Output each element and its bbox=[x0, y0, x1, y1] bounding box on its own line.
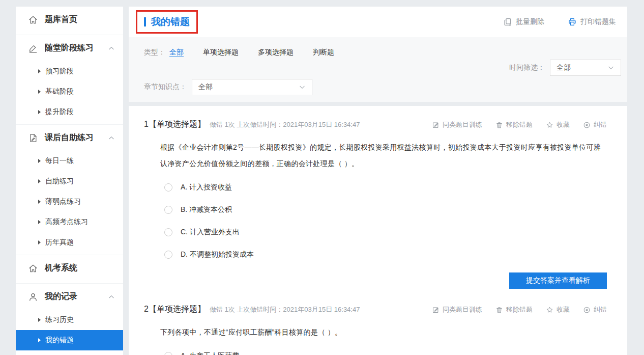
home-icon bbox=[28, 263, 38, 274]
sidebar-item-label: 我的错题 bbox=[45, 336, 74, 345]
sidebar-item-weak-point-practice[interactable]: 薄弱点练习 bbox=[16, 192, 123, 212]
sidebar-item-label: 预习阶段 bbox=[45, 67, 74, 76]
question-list: 1【单项选择题】做错 1次 上次做错时间：2021年03月15日 16:34:4… bbox=[129, 106, 627, 355]
sidebar-item-past-exam-questions[interactable]: 历年真题 bbox=[16, 232, 123, 253]
question-actions: 同类题目训练 移除错题 收藏 bbox=[432, 119, 607, 129]
title-accent-bar bbox=[144, 17, 146, 26]
option-a[interactable]: A. 生产工人医药费 bbox=[164, 351, 607, 355]
sidebar-item-my-records[interactable]: 我的记录 bbox=[16, 284, 123, 310]
favorite-button[interactable]: 收藏 bbox=[546, 305, 570, 314]
question-text: 下列各项中，不通过“应付职工薪酬”科目核算的是（ ）。 bbox=[160, 324, 604, 340]
sidebar-item-my-favorites[interactable]: 我的收藏 bbox=[16, 350, 123, 355]
radio-button-icon[interactable] bbox=[164, 206, 172, 214]
sidebar-section-self-practice: 课后自助练习 每日一练 自助练习 薄弱点练习 高频考点练习 bbox=[16, 125, 123, 255]
radio-button-icon[interactable] bbox=[164, 352, 172, 355]
circle-x-icon bbox=[583, 121, 591, 129]
option-b[interactable]: B. 冲减资本公积 bbox=[164, 205, 607, 214]
printer-icon bbox=[568, 17, 577, 26]
edit-square-icon bbox=[432, 306, 440, 314]
radio-button-icon[interactable] bbox=[164, 251, 172, 259]
copy-delete-icon bbox=[503, 17, 512, 26]
triangle-bullet-icon bbox=[38, 220, 41, 224]
question-card-1: 1【单项选择题】做错 1次 上次做错时间：2021年03月15日 16:34:4… bbox=[144, 119, 607, 289]
sidebar-section-my-records: 我的记录 练习历史 我的错题 我的收藏 bbox=[16, 284, 123, 355]
sidebar-item-basic-stage[interactable]: 基础阶段 bbox=[16, 81, 123, 102]
option-label: D. 不调整初始投资成本 bbox=[181, 250, 254, 259]
favorite-label: 收藏 bbox=[557, 120, 570, 129]
type-option-multi-choice[interactable]: 多项选择题 bbox=[258, 48, 294, 57]
option-c[interactable]: C. 计入营业外支出 bbox=[164, 228, 607, 237]
chevron-up-icon[interactable] bbox=[108, 293, 115, 301]
remove-wrong-question-button[interactable]: 移除错题 bbox=[495, 120, 533, 129]
time-filter-select[interactable]: 全部 bbox=[550, 60, 621, 76]
batch-delete-label: 批量删除 bbox=[516, 17, 544, 26]
sidebar-item-preview-stage[interactable]: 预习阶段 bbox=[16, 61, 123, 81]
favorite-button[interactable]: 收藏 bbox=[546, 120, 570, 129]
similar-questions-button[interactable]: 同类题目训练 bbox=[432, 120, 482, 129]
report-error-button[interactable]: 纠错 bbox=[583, 305, 607, 314]
sidebar-item-improve-stage[interactable]: 提升阶段 bbox=[16, 102, 123, 122]
triangle-bullet-icon bbox=[38, 110, 41, 114]
report-error-button[interactable]: 纠错 bbox=[583, 120, 607, 129]
chevron-up-icon[interactable] bbox=[108, 134, 115, 142]
triangle-bullet-icon bbox=[38, 69, 41, 73]
question-title: 1【单项选择题】做错 1次 上次做错时间：2021年03月15日 16:34:4… bbox=[144, 119, 360, 130]
similar-questions-label: 同类题目训练 bbox=[443, 305, 482, 314]
sidebar-item-label: 薄弱点练习 bbox=[45, 197, 81, 206]
sidebar-item-daily-practice[interactable]: 每日一练 bbox=[16, 151, 123, 171]
sidebar-item-label: 每日一练 bbox=[45, 156, 74, 166]
option-label: C. 计入营业外支出 bbox=[181, 228, 240, 237]
page-title: 我的错题 bbox=[151, 15, 190, 29]
page: 题库首页 随堂阶段练习 预习阶段 基础阶段 bbox=[0, 0, 644, 355]
chevron-up-icon[interactable] bbox=[108, 45, 115, 52]
triangle-bullet-icon bbox=[38, 200, 41, 204]
chapter-filter-select[interactable]: 全部 bbox=[192, 79, 312, 95]
sidebar-item-high-frequency-practice[interactable]: 高频考点练习 bbox=[16, 212, 123, 232]
sidebar-item-self-practice[interactable]: 自助练习 bbox=[16, 171, 123, 192]
trash-icon bbox=[495, 306, 503, 314]
remove-wrong-question-button[interactable]: 移除错题 bbox=[495, 305, 533, 314]
question-options: A. 计入投资收益 B. 冲减资本公积 C. 计入营业外支出 D. 不调整初始投… bbox=[164, 183, 607, 259]
question-card-2: 2【单项选择题】做错 1次 上次做错时间：2021年03月15日 16:34:4… bbox=[144, 304, 607, 355]
radio-button-icon[interactable] bbox=[164, 228, 172, 236]
trash-icon bbox=[495, 121, 503, 129]
chevron-down-icon bbox=[607, 64, 614, 71]
radio-button-icon[interactable] bbox=[164, 183, 172, 192]
red-annotation-box: 我的错题 bbox=[136, 10, 198, 34]
type-filter-label: 类型： bbox=[144, 48, 165, 57]
question-meta: 做错 1次 上次做错时间：2021年03月15日 16:34:47 bbox=[210, 121, 360, 128]
question-options: A. 生产工人医药费 B. 车间管理人员困难补助 bbox=[164, 351, 607, 355]
chapter-filter-label: 章节知识点： bbox=[144, 83, 187, 92]
chevron-down-icon bbox=[299, 84, 306, 91]
question-number: 2 bbox=[144, 305, 149, 313]
sidebar-item-my-wrong-questions[interactable]: 我的错题 bbox=[16, 330, 123, 350]
option-label: A. 生产工人医药费 bbox=[181, 351, 239, 355]
option-a[interactable]: A. 计入投资收益 bbox=[164, 183, 607, 192]
type-option-single-choice[interactable]: 单项选择题 bbox=[203, 48, 239, 57]
batch-delete-button[interactable]: 批量删除 bbox=[503, 17, 544, 26]
option-d[interactable]: D. 不调整初始投资成本 bbox=[164, 250, 607, 259]
sidebar-item-computer-exam-system[interactable]: 机考系统 bbox=[16, 255, 123, 281]
remove-wrong-question-label: 移除错题 bbox=[506, 305, 533, 314]
type-option-true-false[interactable]: 判断题 bbox=[313, 48, 334, 57]
question-header: 1【单项选择题】做错 1次 上次做错时间：2021年03月15日 16:34:4… bbox=[144, 119, 607, 130]
sidebar-item-practice-history[interactable]: 练习历史 bbox=[16, 310, 123, 330]
print-wrong-set-button[interactable]: 打印错题集 bbox=[568, 17, 616, 26]
type-option-all[interactable]: 全部 bbox=[169, 48, 184, 57]
sidebar-item-label: 题库首页 bbox=[45, 14, 77, 25]
star-icon bbox=[546, 121, 553, 129]
sidebar-item-classroom-stage-practice[interactable]: 随堂阶段练习 bbox=[16, 35, 123, 61]
sidebar-item-label: 练习历史 bbox=[45, 315, 74, 324]
sidebar-section-classroom-practice: 随堂阶段练习 预习阶段 基础阶段 提升阶段 bbox=[16, 35, 123, 125]
sidebar-item-label: 历年真题 bbox=[45, 238, 74, 247]
remove-wrong-question-label: 移除错题 bbox=[506, 120, 533, 129]
sidebar-item-question-bank-home[interactable]: 题库首页 bbox=[16, 7, 123, 33]
submit-answer-button[interactable]: 提交答案并查看解析 bbox=[509, 272, 607, 289]
question-meta: 做错 1次 上次做错时间：2021年03月15日 16:34:47 bbox=[210, 306, 360, 313]
similar-questions-button[interactable]: 同类题目训练 bbox=[432, 305, 482, 314]
sidebar: 题库首页 随堂阶段练习 预习阶段 基础阶段 bbox=[16, 7, 123, 355]
sidebar-item-after-class-self-practice[interactable]: 课后自助练习 bbox=[16, 125, 123, 151]
question-text: 根据《企业会计准则第2号——长期股权投资》的规定，长期股权投资采用权益法核算时，… bbox=[160, 139, 604, 172]
sidebar-item-label: 基础阶段 bbox=[45, 87, 74, 96]
pencil-icon bbox=[28, 43, 38, 53]
